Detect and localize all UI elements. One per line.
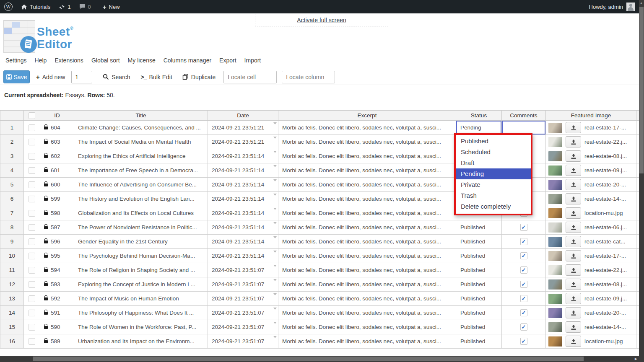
upload-image-button[interactable] xyxy=(566,136,581,147)
date-cell[interactable]: 2024-09-21 23:51:07 xyxy=(208,277,278,292)
header-status[interactable]: Status xyxy=(456,111,502,121)
row-select-cell[interactable] xyxy=(24,135,40,149)
row-select-cell[interactable] xyxy=(24,249,40,263)
excerpt-cell[interactable]: Morbi ac felis. Donec elit libero, sodal… xyxy=(278,163,456,178)
id-cell[interactable]: 589 xyxy=(40,334,74,349)
dropdown-option-pending[interactable]: Pending xyxy=(456,168,531,179)
id-cell[interactable]: 597 xyxy=(40,220,74,235)
activate-fullscreen-link[interactable]: Activate full screen xyxy=(297,17,346,23)
scroll-up-arrow-icon[interactable]: ▲ xyxy=(640,1,643,4)
comments-checkbox[interactable]: ✓ xyxy=(520,224,527,231)
date-cell[interactable]: 2024-09-21 23:51:07 xyxy=(208,306,278,320)
title-cell[interactable]: The History and Evolution of the English… xyxy=(74,192,208,206)
row-select-cell[interactable] xyxy=(24,163,40,178)
status-cell[interactable]: Published xyxy=(456,277,502,292)
save-button[interactable]: Save xyxy=(3,70,30,83)
date-cell[interactable]: 2024-09-21 23:51:07 xyxy=(208,320,278,334)
header-featured-image[interactable]: Featured Image xyxy=(546,111,636,121)
vertical-scrollbar[interactable]: ▲ xyxy=(639,0,644,362)
comments-cell[interactable]: ✓ xyxy=(502,263,546,277)
title-cell[interactable]: The Role of Women in the Workforce: Past… xyxy=(74,320,208,334)
comments-cell[interactable]: ✓ xyxy=(502,320,546,334)
wordpress-logo-menu[interactable]: W xyxy=(4,3,13,11)
date-cell[interactable]: 2024-09-21 23:51:07 xyxy=(208,292,278,306)
row-select-cell[interactable] xyxy=(24,320,40,334)
updates-link[interactable]: 1 xyxy=(59,4,70,10)
id-cell[interactable]: 592 xyxy=(40,292,74,306)
excerpt-cell[interactable]: Morbi ac felis. Donec elit libero, sodal… xyxy=(278,249,456,263)
excerpt-cell[interactable]: Morbi ac felis. Donec elit libero, sodal… xyxy=(278,277,456,292)
comments-cell[interactable]: ✓ xyxy=(502,249,546,263)
excerpt-cell[interactable]: Morbi ac felis. Donec elit libero, sodal… xyxy=(278,220,456,235)
date-cell[interactable]: 2024-09-21 23:51:07 xyxy=(208,263,278,277)
upload-image-button[interactable] xyxy=(566,236,581,247)
header-id[interactable]: ID xyxy=(40,111,74,121)
upload-image-button[interactable] xyxy=(566,122,581,133)
id-cell[interactable]: 604 xyxy=(40,121,74,135)
comments-cell[interactable]: ✓ xyxy=(502,334,546,349)
featured-image-thumbnail[interactable] xyxy=(548,308,562,318)
duplicate-button[interactable]: Duplicate xyxy=(182,74,216,80)
menu-item-extensions[interactable]: Extensions xyxy=(55,57,83,64)
status-cell[interactable]: Published xyxy=(456,320,502,334)
dropdown-option-trash[interactable]: Trash xyxy=(456,190,531,201)
excerpt-cell[interactable]: Morbi ac felis. Donec elit libero, sodal… xyxy=(278,334,456,349)
comments-checkbox[interactable]: ✓ xyxy=(520,338,527,345)
id-cell[interactable]: 591 xyxy=(40,306,74,320)
title-cell[interactable]: The Influence of Advertising on Consumer… xyxy=(74,178,208,192)
featured-image-thumbnail[interactable] xyxy=(548,237,562,247)
comments-cell[interactable]: ✓ xyxy=(502,121,546,135)
id-cell[interactable]: 598 xyxy=(40,206,74,220)
date-cell[interactable]: 2024-09-21 23:51:14 xyxy=(208,249,278,263)
featured-image-thumbnail[interactable] xyxy=(548,180,562,190)
menu-item-columns-manager[interactable]: Columns manager xyxy=(164,57,211,64)
new-content-link[interactable]: + New xyxy=(103,3,120,10)
date-cell[interactable]: 2024-09-21 23:51:21 xyxy=(208,121,278,135)
upload-image-button[interactable] xyxy=(566,264,581,276)
dropdown-option-private[interactable]: Private xyxy=(456,179,531,190)
date-cell[interactable]: 2024-09-21 23:51:21 xyxy=(208,135,278,149)
featured-image-thumbnail[interactable] xyxy=(548,123,562,133)
dropdown-option-scheduled[interactable]: Scheduled xyxy=(456,147,531,158)
featured-image-thumbnail[interactable] xyxy=(548,265,562,275)
status-cell[interactable]: Published xyxy=(456,263,502,277)
row-checkbox[interactable] xyxy=(29,196,35,202)
title-cell[interactable]: The Importance of Free Speech in a Democ… xyxy=(74,163,208,178)
date-cell[interactable]: 2024-09-21 23:51:07 xyxy=(208,334,278,349)
upload-image-button[interactable] xyxy=(566,307,581,318)
locate-cell-input[interactable] xyxy=(223,71,277,83)
row-checkbox[interactable] xyxy=(29,295,35,302)
upload-image-button[interactable] xyxy=(566,222,581,233)
featured-image-thumbnail[interactable] xyxy=(548,322,562,332)
id-cell[interactable]: 594 xyxy=(40,263,74,277)
row-checkbox[interactable] xyxy=(29,181,35,188)
header-title[interactable]: Title xyxy=(74,111,208,121)
row-select-cell[interactable] xyxy=(24,292,40,306)
menu-item-import[interactable]: Import xyxy=(244,57,261,64)
upload-image-button[interactable] xyxy=(566,165,581,176)
row-select-cell[interactable] xyxy=(24,121,40,135)
dropdown-option-published[interactable]: Published xyxy=(456,136,531,147)
add-new-button[interactable]: + Add new xyxy=(36,73,65,80)
menu-item-export[interactable]: Export xyxy=(219,57,236,64)
featured-image-thumbnail[interactable] xyxy=(548,336,562,346)
title-cell[interactable]: Exploring the Concept of Justice in Mode… xyxy=(74,277,208,292)
row-checkbox[interactable] xyxy=(29,224,35,231)
dropdown-option-delete-completely[interactable]: Delete completely xyxy=(456,201,531,212)
excerpt-cell[interactable]: Morbi ac felis. Donec elit libero, sodal… xyxy=(278,135,456,149)
row-checkbox[interactable] xyxy=(29,338,35,345)
upload-image-button[interactable] xyxy=(566,193,581,204)
comments-checkbox[interactable]: ✓ xyxy=(520,309,527,316)
row-checkbox[interactable] xyxy=(29,124,35,131)
scroll-right-arrow-icon[interactable]: ▶ xyxy=(635,357,637,361)
upload-image-button[interactable] xyxy=(566,336,581,347)
title-cell[interactable]: The Philosophy of Happiness: What Does I… xyxy=(74,306,208,320)
title-cell[interactable]: Urbanization and Its Impact on the Envir… xyxy=(74,334,208,349)
comments-link[interactable]: 0 xyxy=(79,4,91,10)
id-cell[interactable]: 602 xyxy=(40,149,74,163)
row-select-cell[interactable] xyxy=(24,192,40,206)
excerpt-cell[interactable]: Morbi ac felis. Donec elit libero, sodal… xyxy=(278,292,456,306)
search-button[interactable]: Search xyxy=(103,74,130,80)
id-cell[interactable]: 601 xyxy=(40,163,74,178)
menu-item-my-license[interactable]: My license xyxy=(128,57,156,64)
